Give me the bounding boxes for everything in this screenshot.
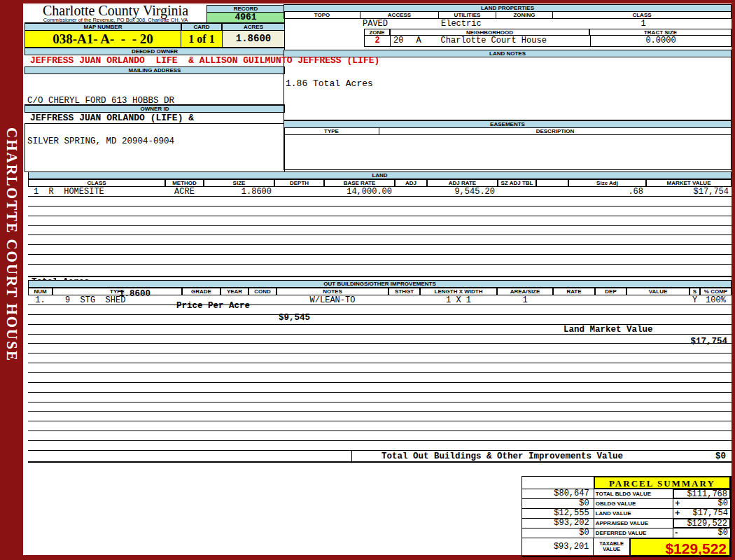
ob-cell-length-width: 1 X 1	[420, 295, 497, 304]
ps-num: $129,522	[682, 519, 729, 527]
ps-left-value: $80,647	[522, 489, 594, 499]
zone-value: 2	[365, 36, 391, 46]
ob-total-label: Total Out Buildings & Other Improvements…	[352, 451, 623, 461]
ps-taxable-left-value: $93,201	[522, 538, 594, 556]
easements-title: EASEMENTS	[284, 120, 732, 128]
empty-table-row	[28, 335, 732, 344]
empty-table-row	[28, 402, 732, 412]
land-cell-sz-adj-tbl	[498, 187, 536, 196]
ps-label: TOTAL BLDG VALUE	[594, 489, 674, 499]
neighborhood-value: 20 A Charlotte Court House	[391, 36, 590, 46]
ob-col-rate: RATE	[553, 288, 595, 295]
parcel-summary-title: PARCEL SUMMARY	[594, 476, 731, 489]
ps-value: - $0	[673, 528, 731, 538]
land-notes-box: 1.86 Total Acres	[284, 57, 732, 120]
ob-col-notes: NOTES	[276, 288, 388, 295]
ob-total-spacer	[28, 451, 352, 461]
ps-num: $17,754	[682, 509, 730, 518]
out-buildings-title: OUT BUILDINGS/OTHER IMPROVEMENTS	[28, 280, 732, 288]
class-value: 1	[553, 19, 732, 29]
land-cell-market-value: $17,754	[646, 187, 732, 196]
out-buildings-section: OUT BUILDINGS/OTHER IMPROVEMENTS NUM TYP…	[28, 280, 732, 463]
land-cell-base-rate: 14,000.00	[324, 187, 395, 196]
county-title: Charlotte County Virginia	[24, 4, 206, 18]
ob-col-dep: DEP	[595, 288, 626, 295]
ps-row-land-value: $12,555 LAND VALUE + $17,754	[522, 509, 731, 519]
ob-cell-dep	[595, 295, 626, 304]
ps-row-taxable: $93,201 TAXABLE VALUE $129,522	[522, 538, 731, 556]
acres-label: ACRES	[222, 23, 285, 31]
land-col-size-adj: Size Adj	[568, 179, 646, 187]
card-value: 1 of 1	[181, 31, 222, 48]
ps-taxable-label: TAXABLE VALUE	[593, 538, 630, 556]
empty-table-row	[28, 255, 732, 265]
ob-col-sthgt: STHGT	[388, 288, 420, 295]
county-header: Charlotte County Virginia Commissioner o…	[24, 4, 206, 23]
property-record-card: CHARLOTTE COURT HOUSE Charlotte County V…	[0, 0, 735, 560]
land-cell-blank	[536, 187, 568, 196]
county-vertical-banner: CHARLOTTE COURT HOUSE	[3, 127, 20, 362]
ob-cell-notes: W/LEAN-TO	[276, 295, 388, 304]
ob-col-cond: COND	[248, 288, 276, 295]
land-cell-depth	[274, 187, 324, 196]
neighborhood-code: 20	[393, 36, 403, 46]
ob-cell-year	[220, 295, 248, 304]
access-value: PAVED	[360, 19, 439, 29]
ps-num: $0	[682, 499, 730, 508]
ob-table-row: 1. 9 STG SHED W/LEAN-TO 1 X 1 1 Y 100%	[28, 295, 732, 305]
land-col-sz-adj-tbl: SZ ADJ TBL	[498, 179, 536, 187]
land-col-base-rate: BASE RATE	[324, 179, 395, 187]
mailing-address-line1: C/O CHERYL FORD 613 HOBBS DR	[27, 94, 285, 106]
ps-row-total-bldg: $80,647 TOTAL BLDG VALUE $111,768	[522, 489, 731, 499]
record-number: 4961	[206, 13, 285, 23]
land-totals-row: Total Acres 1.8600 Price Per Acre $9,545…	[28, 265, 732, 277]
zoning-header: ZONING	[496, 12, 553, 19]
land-col-size: SIZE	[204, 179, 274, 187]
empty-table-row	[28, 441, 732, 451]
easements-empty-box	[284, 135, 732, 170]
ps-value: + $17,754	[673, 508, 731, 519]
county-subtitle: Commissioner of the Revenue, PO Box 308,…	[24, 18, 206, 23]
easement-description-header: DESCRIPTION	[379, 128, 732, 135]
land-cell-method: ACRE	[165, 187, 204, 196]
neighborhood-label: NEIGHBORHOOD	[390, 29, 589, 36]
land-col-depth: DEPTH	[274, 179, 324, 187]
empty-table-row	[28, 344, 732, 354]
ob-col-area-size: AREA/SIZE	[497, 288, 553, 295]
owner-id-value: JEFFRESS JUAN ORLANDO (LIFE) &	[24, 113, 285, 124]
empty-table-row	[28, 325, 732, 335]
ob-total-row: Total Out Buildings & Other Improvements…	[28, 451, 732, 463]
acres-value: 1.8600	[222, 31, 285, 48]
zone-label: ZONE	[364, 29, 390, 36]
ob-col-type: TYPE	[52, 288, 182, 295]
empty-table-row	[28, 305, 732, 315]
taxable-value: $129,522	[629, 538, 731, 556]
tract-size-label: TRACT SIZE	[589, 29, 732, 36]
ob-cell-sthgt	[388, 295, 420, 304]
topo-value	[284, 19, 360, 29]
ob-col-value: VALUE	[626, 288, 690, 295]
empty-table-row	[28, 226, 732, 236]
neighborhood-name: Charlotte Court House	[441, 36, 547, 46]
ps-label: LAND VALUE	[594, 508, 674, 519]
land-col-blank	[536, 179, 568, 187]
land-cell-class: 1 R HOMESITE	[28, 187, 165, 196]
empty-table-row	[28, 206, 732, 216]
empty-table-row	[28, 354, 732, 363]
ps-value: $129,522	[673, 518, 731, 528]
empty-table-row	[28, 363, 732, 373]
ps-op: +	[673, 499, 682, 508]
ps-label: DEFERRED VALUE	[594, 528, 674, 538]
land-col-adj-rate: ADJ RATE	[427, 179, 498, 187]
neighborhood-sub: A	[416, 36, 421, 46]
ob-cell-s: Y	[690, 295, 700, 304]
ps-value: $111,768	[673, 489, 731, 499]
owner-notes-empty-box	[24, 124, 285, 172]
mailing-address-label: MAILING ADDRESS	[24, 66, 285, 74]
ob-col-pct-comp: % COMP	[700, 288, 732, 295]
ps-op: -	[673, 528, 682, 538]
record-block: RECORD 4961	[206, 5, 285, 23]
empty-table-row	[28, 197, 732, 206]
owner-id-label: OWNER ID	[24, 105, 285, 113]
ob-col-length-width: LENGTH X WIDTH	[420, 288, 497, 295]
